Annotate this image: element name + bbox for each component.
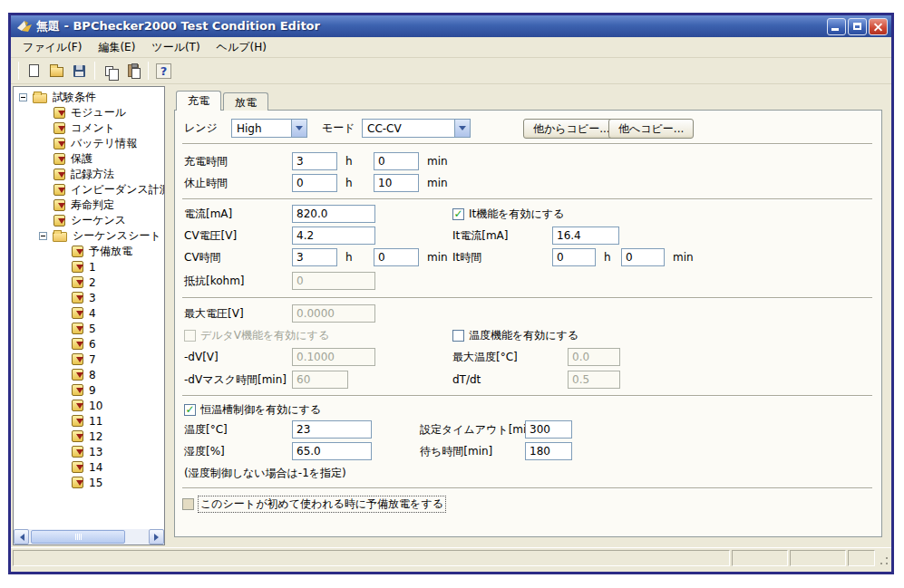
cv-time-min-input[interactable]	[374, 248, 419, 266]
collapse-icon[interactable]	[39, 232, 47, 240]
charge-tab-page: レンジ High モード CC-CV 他からコピー... 他へコピー...	[174, 110, 882, 537]
tree-item[interactable]: バッテリ情報	[14, 136, 164, 151]
scroll-left-button[interactable]	[14, 529, 29, 545]
tree-sheet-item[interactable]: 7	[14, 352, 164, 367]
tree-panel: 試験条件 モジュール コメント	[13, 86, 165, 545]
paste-button[interactable]	[122, 60, 144, 82]
current-input[interactable]	[292, 205, 375, 223]
tree-sheet-item[interactable]: 6	[14, 336, 164, 352]
it-time-label: It時間	[452, 248, 481, 266]
tree-sheet-item[interactable]: 11	[14, 413, 164, 429]
new-document-button[interactable]	[23, 60, 45, 82]
condition-tree: 試験条件 モジュール コメント	[14, 87, 164, 529]
min-unit: min	[673, 248, 694, 266]
note-icon	[53, 138, 65, 149]
tree-sheet-item[interactable]: 15	[14, 475, 164, 490]
humidity-input[interactable]	[292, 442, 372, 460]
tree-item[interactable]: インピーダンス計測	[14, 182, 164, 198]
tree-sheet-item[interactable]: 12	[14, 429, 164, 444]
close-button[interactable]	[869, 18, 888, 35]
it-current-input[interactable]	[552, 227, 619, 245]
resize-grip[interactable]	[877, 550, 889, 566]
tree-sheet-item[interactable]: 10	[14, 398, 164, 413]
tree-item[interactable]: モジュール	[14, 105, 164, 120]
tree-sheet-item[interactable]: 1	[14, 259, 164, 275]
menu-edit[interactable]: 編集(E)	[90, 38, 143, 57]
tree-item[interactable]: コメント	[14, 120, 164, 136]
dv-mask-input	[292, 371, 348, 389]
minimize-button[interactable]	[827, 18, 846, 35]
tree-sheet-item[interactable]: 5	[14, 321, 164, 336]
copy-to-button[interactable]: 他へコピー...	[608, 119, 694, 139]
copy-from-button[interactable]: 他からコピー...	[523, 119, 620, 139]
menu-tools[interactable]: ツール(T)	[143, 38, 208, 57]
dropdown-button[interactable]	[291, 120, 306, 137]
note-icon	[72, 261, 83, 273]
separator	[182, 395, 872, 397]
checkbox-checked-icon: ✓	[184, 404, 196, 416]
humidity-note: (湿度制御しない場合は-1を指定)	[184, 464, 346, 482]
note-icon	[72, 384, 83, 396]
help-button[interactable]: ?	[152, 60, 175, 82]
tree-sheet-item[interactable]: 2	[14, 275, 164, 290]
scroll-right-button[interactable]	[149, 529, 164, 545]
maximize-button[interactable]	[848, 18, 867, 35]
tree-sheet-item[interactable]: 4	[14, 305, 164, 321]
cv-voltage-input[interactable]	[292, 227, 375, 245]
it-time-min-input[interactable]	[621, 248, 665, 266]
note-icon	[53, 184, 65, 196]
tab-charge[interactable]: 充電	[176, 91, 221, 111]
tree-sheet-item[interactable]: 8	[14, 367, 164, 382]
tree-node-root[interactable]: 試験条件	[14, 90, 164, 105]
tree-horizontal-scrollbar[interactable]	[14, 529, 164, 545]
tree-item[interactable]: 寿命判定	[14, 198, 164, 213]
scrollbar-thumb[interactable]	[31, 530, 125, 544]
tree-sheet-item[interactable]: 予備放電	[14, 244, 164, 259]
tab-discharge[interactable]: 放電	[223, 92, 268, 111]
current-label: 電流[mA]	[184, 205, 232, 223]
help-icon: ?	[156, 63, 171, 79]
tree-sheet-item[interactable]: 9	[14, 382, 164, 398]
tree-item[interactable]: 記録方法	[14, 167, 164, 182]
tree-node-sequence-sheet[interactable]: シーケンスシート	[14, 228, 164, 244]
dropdown-button[interactable]	[454, 120, 470, 137]
charge-time-label: 充電時間	[184, 152, 228, 170]
rest-time-min-input[interactable]	[374, 174, 419, 192]
status-pane-1	[732, 550, 788, 566]
note-icon	[53, 169, 65, 180]
collapse-icon[interactable]	[19, 93, 27, 101]
tree-item[interactable]: シーケンス	[14, 213, 164, 228]
resistance-input	[292, 272, 375, 290]
timeout-input[interactable]	[525, 420, 572, 439]
menu-help[interactable]: ヘルプ(H)	[209, 38, 275, 57]
dv-mask-label: -dVマスク時間[min]	[184, 371, 287, 389]
copy-button[interactable]	[99, 60, 122, 82]
pre-discharge-checkbox[interactable]: このシートが初めて使われる時に予備放電をする	[182, 495, 445, 513]
wait-time-input[interactable]	[525, 442, 572, 460]
window-title: 無題 - BPChecker2000 Test Condition Editor	[36, 18, 825, 34]
tree-sheet-item[interactable]: 3	[14, 290, 164, 305]
rest-time-hour-input[interactable]	[292, 174, 337, 192]
tree-sheet-item[interactable]: 14	[14, 459, 164, 475]
range-select[interactable]: High	[231, 119, 307, 138]
open-file-button[interactable]	[45, 60, 68, 82]
mode-select[interactable]: CC-CV	[362, 119, 471, 138]
it-time-hour-input[interactable]	[552, 248, 596, 266]
menu-file[interactable]: ファイル(F)	[15, 38, 90, 57]
min-unit: min	[427, 174, 448, 192]
charge-time-min-input[interactable]	[374, 152, 419, 170]
tree-item[interactable]: 保護	[14, 151, 164, 167]
temp-enable-checkbox[interactable]: 温度機能を有効にする	[452, 326, 578, 344]
temperature-input[interactable]	[292, 420, 372, 439]
separator	[182, 487, 872, 489]
status-bar	[11, 547, 891, 568]
hour-unit: h	[604, 248, 611, 266]
save-button[interactable]	[68, 60, 91, 82]
checkbox-checked-icon: ✓	[452, 208, 464, 220]
cv-time-hour-input[interactable]	[292, 248, 337, 266]
it-enable-checkbox[interactable]: ✓ It機能を有効にする	[452, 205, 564, 223]
note-icon	[53, 153, 65, 165]
charge-time-hour-input[interactable]	[292, 152, 337, 170]
tree-sheet-item[interactable]: 13	[14, 444, 164, 459]
chamber-enable-checkbox[interactable]: ✓ 恒温槽制御を有効にする	[184, 400, 321, 419]
